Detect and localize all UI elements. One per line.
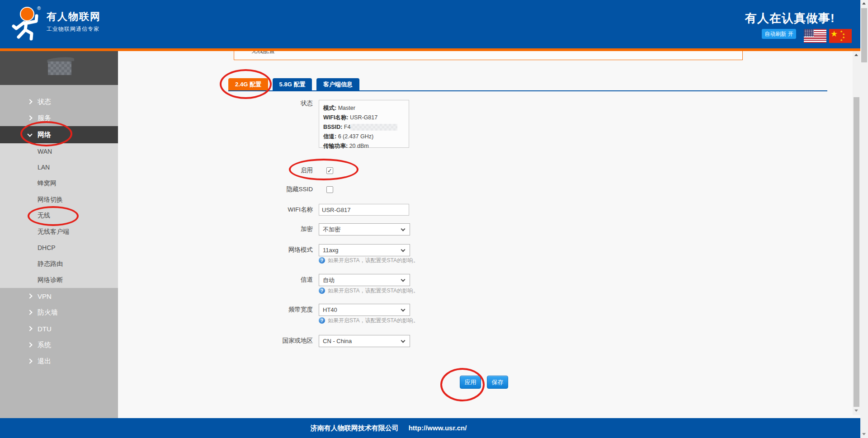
chevron-down-icon — [401, 307, 406, 312]
question-icon: ? — [319, 257, 325, 264]
footer-company: 济南有人物联网技术有限公司 — [311, 424, 399, 433]
chevron-down-icon — [27, 132, 32, 137]
auto-refresh-toggle[interactable]: 自动刷新 开 — [762, 29, 796, 39]
save-button[interactable]: 保存 — [487, 376, 508, 389]
us-flag-canton — [804, 29, 814, 37]
sidebar-item-wan[interactable]: WAN — [0, 143, 118, 160]
scroll-up-icon[interactable] — [862, 2, 866, 5]
hide-ssid-label: 隐藏SSID — [231, 185, 313, 193]
chevron-right-icon — [27, 326, 32, 331]
encryption-label: 加密 — [231, 225, 313, 233]
wifi-status-box: 模式: Master WIFI名称: USR-G817 BSSID: F4 信道… — [319, 100, 409, 148]
status-channel: 信道: 6 (2.437 GHz) — [323, 132, 405, 141]
page: ® 有人物联网 工业物联网通信专家 有人在认真做事! 自动刷新 开 ★ ★ ★ … — [0, 0, 868, 438]
status-mode: 模式: Master — [323, 104, 405, 113]
content-scrollbar[interactable] — [853, 51, 860, 415]
main-content: 无线配置 2.4G 配置 5.8G 配置 客户端信息 状态 模式: Master… — [118, 51, 853, 418]
window-scrollbar[interactable] — [860, 0, 868, 438]
country-label: 国家或地区 — [231, 337, 313, 345]
chevron-right-icon — [27, 99, 32, 104]
sidebar-item-services[interactable]: 服务 — [0, 110, 118, 126]
chevron-right-icon — [27, 310, 32, 315]
sidebar-item-status[interactable]: 状态 — [0, 94, 118, 110]
language-english-flag[interactable] — [804, 29, 826, 43]
network-submenu: WAN LAN 蜂窝网 网络切换 无线 无线客户端 DHCP 静态路由 网络诊断 — [0, 143, 118, 288]
sidebar-item-network[interactable]: 网络 — [0, 126, 118, 143]
sidebar-item-firewall[interactable]: 防火墙 — [0, 304, 118, 320]
cn-flag-star-icon: ★ — [830, 29, 838, 38]
svg-text:®: ® — [37, 5, 41, 11]
chevron-right-icon — [27, 359, 32, 364]
sidebar-item-logout[interactable]: 退出 — [0, 353, 118, 369]
usr-logo-icon: ® — [10, 4, 45, 42]
status-wifi-name: WIFI名称: USR-G817 — [323, 113, 405, 122]
tab-5-8g-config[interactable]: 5.8G 配置 — [273, 78, 312, 90]
encryption-select[interactable]: 不加密 — [319, 223, 410, 235]
scroll-down-icon[interactable] — [862, 433, 866, 435]
bssid-censored — [350, 124, 397, 131]
hide-ssid-checkbox[interactable] — [326, 186, 333, 193]
status-tx-power: 传输功率: 20 dBm — [323, 141, 405, 151]
network-mode-hint: ? 如果开启STA，该配置受STA的影响。 — [319, 257, 419, 264]
footer: 济南有人物联网技术有限公司 http://www.usr.cn/ — [0, 418, 860, 438]
sidebar-item-dtu[interactable]: DTU — [0, 320, 118, 337]
brand-title: 有人物联网 — [47, 10, 101, 24]
network-mode-label: 网络模式 — [231, 246, 313, 254]
tab-2-4g-config[interactable]: 2.4G 配置 — [228, 78, 268, 90]
wifi-name-input[interactable] — [319, 204, 409, 216]
bandwidth-select[interactable]: HT40 — [319, 304, 410, 316]
channel-select[interactable]: 自动 — [319, 274, 410, 286]
device-name-censored — [48, 61, 71, 75]
wireless-config-panel-clipped: 无线配置 — [234, 51, 743, 60]
tab-underline — [228, 90, 827, 91]
sidebar-nav: 状态 服务 网络 WAN LAN 蜂窝网 网络切换 无线 无线客户端 DHCP … — [0, 94, 118, 369]
chevron-right-icon — [27, 115, 32, 120]
sidebar-item-system[interactable]: 系统 — [0, 337, 118, 353]
chevron-right-icon — [27, 343, 32, 348]
footer-url-link[interactable]: http://www.usr.cn/ — [409, 424, 467, 433]
sidebar-item-lan[interactable]: LAN — [0, 160, 118, 176]
apply-button[interactable]: 应用 — [460, 376, 481, 389]
network-mode-select[interactable]: 11axg — [319, 244, 410, 256]
sidebar-item-static-route[interactable]: 静态路由 — [0, 256, 118, 272]
sidebar-item-vpn[interactable]: VPN — [0, 288, 118, 304]
scroll-up-icon[interactable] — [854, 54, 858, 56]
sidebar-item-network-diagnosis[interactable]: 网络诊断 — [0, 272, 118, 288]
bandwidth-label: 频带宽度 — [231, 306, 313, 314]
chevron-down-icon — [401, 339, 406, 343]
device-name-block — [0, 51, 118, 85]
content-scrollbar-thumb[interactable] — [854, 97, 859, 407]
chevron-down-icon — [401, 248, 406, 252]
window-scrollbar-thumb[interactable] — [861, 8, 867, 62]
panel-title: 无线配置 — [251, 51, 275, 55]
wifi-name-label: WIFI名称 — [231, 206, 313, 214]
status-label: 状态 — [231, 99, 313, 108]
scroll-down-icon[interactable] — [854, 410, 858, 412]
channel-label: 信道 — [231, 276, 313, 284]
status-bssid: BSSID: F4 — [323, 122, 405, 132]
slogan-text: 有人在认真做事! — [745, 10, 849, 26]
sidebar-item-wireless-client[interactable]: 无线客户端 — [0, 224, 118, 240]
sidebar: 状态 服务 网络 WAN LAN 蜂窝网 网络切换 无线 无线客户端 DHCP … — [0, 51, 118, 418]
header: ® 有人物联网 工业物联网通信专家 有人在认真做事! 自动刷新 开 ★ ★ ★ … — [0, 0, 860, 48]
tab-client-info[interactable]: 客户端信息 — [316, 78, 359, 90]
sidebar-item-dhcp[interactable]: DHCP — [0, 240, 118, 256]
enable-label: 启用 — [231, 166, 313, 174]
chevron-down-icon — [401, 227, 406, 231]
channel-hint: ? 如果开启STA，该配置受STA的影响。 — [319, 287, 419, 294]
chevron-right-icon — [27, 294, 32, 299]
question-icon: ? — [319, 287, 325, 294]
sidebar-item-network-switch[interactable]: 网络切换 — [0, 192, 118, 208]
country-select[interactable]: CN - China — [319, 335, 410, 347]
brand-subtitle: 工业物联网通信专家 — [47, 25, 99, 33]
chevron-down-icon — [401, 278, 406, 282]
language-chinese-flag[interactable]: ★ ★ ★ ★ ★ — [829, 29, 852, 43]
bandwidth-hint: ? 如果开启STA，该配置受STA的影响。 — [319, 317, 419, 324]
check-icon: ✓ — [327, 168, 332, 174]
sidebar-item-wireless[interactable]: 无线 — [0, 207, 118, 224]
enable-checkbox[interactable]: ✓ — [326, 167, 333, 174]
sidebar-item-cellular[interactable]: 蜂窝网 — [0, 175, 118, 192]
question-icon: ? — [319, 317, 325, 324]
